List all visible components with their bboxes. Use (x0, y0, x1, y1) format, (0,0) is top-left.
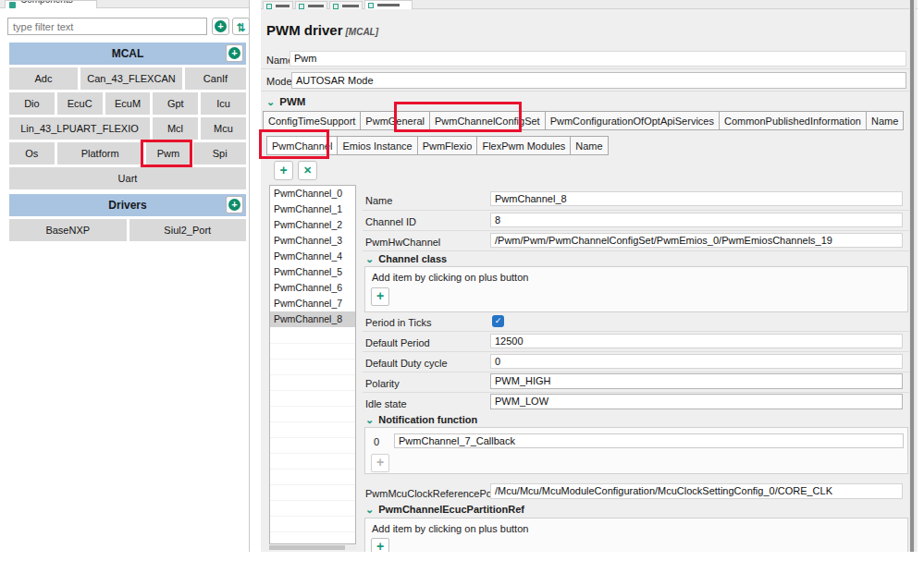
chevron-down-icon: ⌄ (266, 97, 275, 106)
component-button-os[interactable]: Os (9, 142, 55, 165)
component-button-lin43lpuartflexio[interactable]: Lin_43_LPUART_FLEXIO (9, 117, 150, 140)
editor-tab-4-label (377, 4, 400, 6)
editor-tab-1[interactable] (263, 1, 293, 9)
component-button-basenxp[interactable]: BaseNXP (9, 219, 127, 241)
component-button-gpt[interactable]: Gpt (153, 92, 198, 115)
component-button-adc[interactable]: Adc (9, 67, 78, 90)
add-ecuc-partition-button[interactable]: + (371, 538, 389, 552)
pwm-section-header[interactable]: ⌄ PWM (266, 96, 305, 107)
default-duty-input[interactable]: 0 (490, 354, 903, 369)
drivers-title: Drivers (9, 194, 246, 216)
component-button-can43flexcan[interactable]: Can_43_FLEXCAN (80, 67, 182, 90)
tab-components[interactable]: Components (5, 0, 97, 8)
empty-hint-text: Add item by clicking on plus button (372, 523, 528, 534)
plus-icon: + (279, 163, 287, 177)
editor-tab-3-label (342, 5, 359, 7)
module-icon (266, 4, 272, 9)
component-button-ecuc[interactable]: EcuC (57, 92, 103, 115)
channel-name-label: Name (365, 195, 392, 206)
channel-id-label: Channel ID (365, 216, 416, 227)
period-in-ticks-checkbox[interactable]: ✓ (492, 315, 504, 327)
add-channel-button[interactable]: + (274, 161, 293, 180)
add-component-button[interactable]: + (212, 18, 229, 35)
editor-tab-2[interactable] (295, 1, 327, 9)
subtab-name[interactable]: Name (571, 136, 608, 155)
component-button-mcu[interactable]: Mcu (201, 117, 246, 140)
polarity-select[interactable]: PWM_HIGH (490, 373, 903, 389)
list-item[interactable]: PwmChannel_4 (270, 249, 355, 264)
tab-commonpublishedinformation[interactable]: CommonPublishedInformation (720, 111, 867, 130)
app-window: Components + ⇅ MCAL + Adc Can_43_FLEXCAN… (0, 0, 924, 561)
component-button-siul2port[interactable]: Siul2_Port (129, 219, 247, 241)
editor-vertical-scrollbar[interactable] (909, 0, 916, 552)
hw-channel-input[interactable]: /Pwm/Pwm/PwmChannelConfigSet/PwmEmios_0/… (490, 233, 903, 248)
list-item[interactable]: PwmChannel_7 (270, 296, 355, 311)
editor-tabbar (261, 0, 918, 9)
component-button-spi[interactable]: Spi (193, 142, 246, 165)
default-duty-label: Default Duty cycle (365, 358, 448, 369)
component-button-icu[interactable]: Icu (201, 92, 246, 115)
idle-state-label: Idle state (365, 398, 407, 409)
channel-id-input[interactable]: 8 (490, 213, 903, 227)
group-header-mcal: MCAL + (9, 43, 246, 65)
scrollbar-thumb[interactable] (910, 0, 914, 552)
component-button-ecum[interactable]: EcuM (105, 92, 151, 115)
driver-mode-select[interactable]: AUTOSAR Mode (291, 72, 906, 89)
component-button-platform[interactable]: Platform (57, 142, 143, 165)
subtab-emios-instance[interactable]: Emios Instance (338, 136, 417, 155)
notification-section-header[interactable]: ⌄ Notification function (365, 414, 477, 425)
page-title: PWM driver[MCAL] (266, 22, 378, 38)
add-channel-class-button[interactable]: + (371, 287, 389, 306)
notification-input[interactable]: PwmChannel_7_Callback (394, 433, 904, 448)
subtab-flexpwm-modules[interactable]: FlexPwm Modules (477, 136, 571, 155)
annotation-box-pwmchannelconfigset-tab (394, 102, 522, 132)
list-item[interactable]: PwmChannel_1 (270, 201, 355, 217)
notification-box: 0 PwmChannel_7_Callback + (364, 427, 908, 474)
tab-name[interactable]: Name (867, 111, 904, 130)
annotation-box-pwm-button (141, 140, 192, 167)
plus-icon: + (376, 455, 384, 470)
chevron-down-icon: ⌄ (365, 415, 374, 424)
pwm-section-label: PWM (279, 96, 305, 107)
mcu-clock-ref-input[interactable]: /Mcu/Mcu/McuModuleConfiguration/McuClock… (490, 483, 903, 499)
remove-channel-button[interactable]: ✕ (298, 161, 317, 180)
page-title-text: PWM driver (266, 22, 343, 38)
list-item[interactable]: PwmChannel_2 (270, 217, 355, 233)
subtab-pwmflexio[interactable]: PwmFlexio (418, 136, 478, 155)
tab-pwmconfigurationofoptapiservices[interactable]: PwmConfigurationOfOptApiServices (546, 111, 720, 130)
list-item[interactable]: PwmChannel_6 (270, 280, 355, 296)
ecuc-partition-section-header[interactable]: ⌄ PwmChannelEcucPartitionRef (365, 504, 524, 515)
mcal-row-3: Lin_43_LPUART_FLEXIO Mcl Mcu (9, 117, 246, 140)
separator (261, 91, 910, 91)
default-period-input[interactable]: 12500 (490, 334, 903, 348)
separator (363, 210, 910, 211)
list-item[interactable]: PwmChannel_3 (270, 233, 355, 249)
add-driver-button[interactable]: + (226, 196, 243, 213)
list-horizontal-scrollbar[interactable] (269, 545, 356, 550)
editor-tab-pwm-active[interactable] (364, 0, 413, 9)
editor-tab-3[interactable] (329, 1, 363, 9)
channel-class-section-header[interactable]: ⌄ Channel class (365, 253, 447, 264)
polarity-label: Polarity (365, 378, 400, 389)
component-button-dio[interactable]: Dio (9, 92, 55, 115)
tab-configtimesupport[interactable]: ConfigTimeSupport (263, 111, 361, 130)
scrollbar-thumb[interactable] (269, 545, 345, 550)
component-button-mcl[interactable]: Mcl (153, 117, 198, 140)
filter-input[interactable] (7, 18, 207, 35)
check-icon: ✓ (495, 316, 502, 325)
empty-list-rows (270, 328, 355, 543)
idle-state-select[interactable]: PWM_LOW (490, 394, 903, 409)
list-item[interactable]: PwmChannel_5 (270, 264, 355, 280)
add-mcal-button[interactable]: + (226, 44, 243, 62)
component-button-canif[interactable]: CanIf (185, 67, 246, 90)
driver-name-input[interactable]: Pwm (290, 51, 906, 67)
component-button-uart[interactable]: Uart (9, 167, 246, 189)
components-icon (9, 2, 16, 8)
list-item-selected[interactable]: PwmChannel_8 (270, 311, 355, 327)
group-header-drivers: Drivers + (9, 194, 246, 216)
add-notification-button[interactable]: + (371, 454, 389, 472)
sort-button[interactable]: ⇅ (232, 18, 250, 35)
channel-name-input[interactable]: PwmChannel_8 (490, 191, 903, 206)
list-item[interactable]: PwmChannel_0 (270, 186, 355, 201)
drivers-row-1: BaseNXP Siul2_Port (9, 219, 246, 241)
